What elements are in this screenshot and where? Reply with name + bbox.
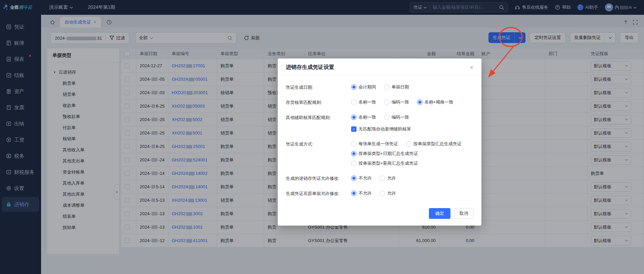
checkbox-option[interactable]: ✓ 无匹配项自动新增辅助核算 xyxy=(351,126,411,132)
radio-icon[interactable] xyxy=(417,100,422,105)
inventory-voucher-settings-dialog: 进销存生成凭证设置 × 凭证生成日期: 会计期间 单据日期存货核算匹配规则: 名… xyxy=(278,58,481,226)
radio-option[interactable]: 不允许 xyxy=(351,190,372,196)
radio-icon[interactable] xyxy=(351,115,357,120)
radio-option[interactable]: 每张单生成一张凭证 xyxy=(351,141,398,147)
dialog-footer: 确定 取消 xyxy=(278,208,481,226)
dialog-body: 凭证生成日期: 会计期间 单据日期存货核算匹配规则: 名称一致 编码一致 名称+… xyxy=(278,75,481,208)
radio-icon[interactable] xyxy=(351,175,357,181)
settings-field: 生成凭证后原单据允许修改: 不允许 允许 xyxy=(286,190,473,197)
field-label: 存货核算匹配规则: xyxy=(286,99,351,106)
radio-option[interactable]: 名称一致 xyxy=(351,114,376,120)
radio-icon[interactable] xyxy=(351,141,357,147)
radio-icon[interactable] xyxy=(351,100,357,105)
radio-icon[interactable] xyxy=(380,191,385,196)
radio-option[interactable]: 不允许 xyxy=(351,175,372,181)
field-label: 凭证生成方式: xyxy=(286,141,351,147)
radio-option[interactable]: 名称一致 xyxy=(351,99,376,105)
radio-option[interactable]: 名称+规格一致 xyxy=(417,99,453,105)
radio-icon[interactable] xyxy=(351,84,357,90)
dialog-title: 进销存生成凭证设置 xyxy=(286,64,334,71)
field-label: 其他辅助核算匹配规则: xyxy=(286,114,351,121)
close-icon[interactable]: × xyxy=(470,65,473,71)
settings-field: 存货核算匹配规则: 名称一致 编码一致 名称+规格一致 xyxy=(286,99,473,106)
cancel-button[interactable]: 取消 xyxy=(454,208,473,219)
radio-icon[interactable] xyxy=(384,84,389,90)
settings-field: 凭证生成方式: 每张单生成一张凭证 按单据类型汇总生成凭证 按单据类型+日期汇总… xyxy=(286,141,473,166)
radio-option[interactable]: 编码一致 xyxy=(384,114,409,120)
radio-option[interactable]: 按单据类型+客商汇总生成凭证 xyxy=(351,160,418,166)
settings-field: 其他辅助核算匹配规则: 名称一致 编码一致 xyxy=(286,114,473,121)
settings-field: 凭证生成日期: 会计期间 单据日期 xyxy=(286,84,473,90)
dialog-header: 进销存生成凭证设置 × xyxy=(278,58,481,75)
settings-field: 生成的进销存凭证允许修改: 不允许 允许 xyxy=(286,175,473,182)
radio-icon[interactable] xyxy=(384,115,389,120)
radio-icon[interactable] xyxy=(351,191,357,196)
field-label: 生成的进销存凭证允许修改: xyxy=(286,175,351,182)
radio-icon[interactable] xyxy=(406,141,411,147)
settings-field: ✓ 无匹配项自动新增辅助核算 xyxy=(286,126,473,132)
radio-option[interactable]: 编码一致 xyxy=(384,99,409,105)
radio-option[interactable]: 按单据类型汇总生成凭证 xyxy=(406,141,462,147)
field-label xyxy=(286,126,351,126)
radio-option[interactable]: 允许 xyxy=(380,190,396,196)
radio-option[interactable]: 按单据类型+日期汇总生成凭证 xyxy=(351,151,418,157)
radio-option[interactable]: 允许 xyxy=(380,175,396,181)
confirm-button[interactable]: 确定 xyxy=(429,208,450,219)
radio-icon[interactable] xyxy=(384,100,389,105)
radio-icon[interactable] xyxy=(351,151,357,156)
radio-option[interactable]: 会计期间 xyxy=(351,84,376,90)
radio-icon[interactable] xyxy=(380,175,385,181)
radio-icon[interactable] xyxy=(351,161,357,166)
checkbox-icon[interactable]: ✓ xyxy=(351,126,357,132)
radio-option[interactable]: 单据日期 xyxy=(384,84,409,90)
field-label: 凭证生成日期: xyxy=(286,84,351,90)
field-label: 生成凭证后原单据允许修改: xyxy=(286,190,351,197)
